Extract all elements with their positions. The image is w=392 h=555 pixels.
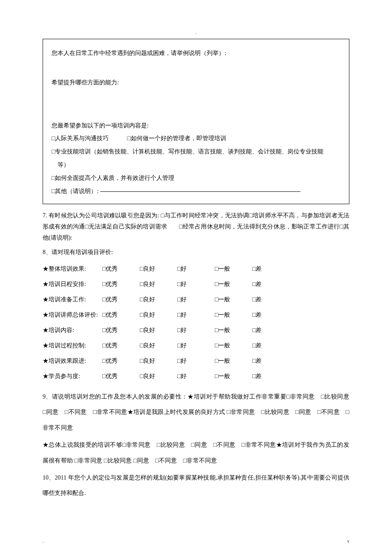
page-header-dot: .: [43, 30, 349, 35]
rating-row: ★培训日程安排:□优秀□良好□好□一般□差: [43, 277, 290, 292]
rating-option[interactable]: □好: [177, 369, 215, 384]
rating-row: ★培训过程控制:□优秀□良好□好□一般□差: [43, 338, 290, 353]
rating-row: ★培训准备工作:□优秀□良好□好□一般□差: [43, 292, 290, 307]
rating-option[interactable]: □差: [252, 307, 290, 323]
question-8-title: 8、请对现有培训项目评价:: [43, 249, 349, 256]
training-preference-box: 您本人在日常工作中经常遇到的问题或困难，请举例说明（列举）: 希望提升哪些方面的…: [43, 39, 349, 204]
rating-option[interactable]: □差: [252, 338, 290, 353]
rating-label: ★培训日程安排:: [43, 277, 102, 292]
rating-option[interactable]: □差: [252, 353, 290, 369]
rating-option[interactable]: □优秀: [102, 353, 140, 369]
rating-label: ★培训过程控制:: [43, 338, 102, 353]
rating-option[interactable]: □优秀: [102, 307, 140, 323]
rating-option[interactable]: □一般: [215, 261, 252, 277]
box-training-title: 您最希望参加以下的一项培训内容是:: [52, 119, 340, 133]
checkbox-management[interactable]: □如何做一个好的管理者，即管理培训: [127, 135, 226, 142]
rating-row: ★整体培训效果:□优秀□良好□好□一般□差: [43, 261, 290, 277]
rating-option[interactable]: □良好: [140, 338, 177, 353]
rating-label: ★培训内容:: [43, 323, 102, 338]
rating-option[interactable]: □优秀: [102, 323, 140, 338]
rating-label: ★整体培训效果:: [43, 261, 102, 277]
rating-option[interactable]: □差: [252, 261, 290, 277]
rating-label: ★培训讲师总体评价:: [43, 307, 102, 323]
rating-option[interactable]: □优秀: [102, 292, 140, 307]
rating-option[interactable]: □好: [177, 323, 215, 338]
checkbox-professional-skills-cont: 等）: [52, 159, 340, 172]
question-9-part1: 9、请说明培训对您的工作及您本人的发展的必要性：★培训对于帮助我做好工作非常重要…: [43, 389, 349, 436]
rating-option[interactable]: □良好: [140, 261, 177, 277]
rating-option[interactable]: □好: [177, 292, 215, 307]
rating-option[interactable]: □良好: [140, 277, 177, 292]
rating-option[interactable]: □差: [252, 277, 290, 292]
rating-option[interactable]: □优秀: [102, 369, 140, 384]
rating-label: ★培训准备工作:: [43, 292, 102, 307]
rating-row: ★培训内容:□优秀□良好□好□一般□差: [43, 323, 290, 338]
checkbox-personal-quality[interactable]: □如何全面提高个人素质，并有效进行个人管理: [52, 172, 340, 185]
rating-option[interactable]: □优秀: [102, 277, 140, 292]
rating-option[interactable]: □好: [177, 261, 215, 277]
rating-option[interactable]: □差: [252, 292, 290, 307]
rating-label: ★培训效果跟进:: [43, 353, 102, 369]
question-7: 7. 有时候您认为公司培训难以吸引您是因为: □与工作时间经常冲突，无法协调□培…: [43, 210, 349, 243]
rating-option[interactable]: □一般: [215, 277, 252, 292]
footer-left-dot: .: [43, 539, 44, 543]
checkbox-professional-skills[interactable]: □专业技能培训（如销售技能、计算机技能、写作技能、语言技能、谈判技能、会计技能、…: [52, 145, 340, 159]
rating-option[interactable]: □良好: [140, 307, 177, 323]
rating-option[interactable]: □一般: [215, 323, 252, 338]
rating-option[interactable]: □好: [177, 307, 215, 323]
rating-row: ★培训讲师总体评价:□优秀□良好□好□一般□差: [43, 307, 290, 323]
other-fill-line[interactable]: [100, 191, 300, 192]
rating-option[interactable]: □一般: [215, 353, 252, 369]
rating-option[interactable]: □一般: [215, 307, 252, 323]
rating-option[interactable]: □一般: [215, 292, 252, 307]
footer-right-v: v: [347, 539, 349, 543]
rating-option[interactable]: □良好: [140, 369, 177, 384]
rating-option[interactable]: □差: [252, 369, 290, 384]
question-9-part2: ★总体上说我接受的培训不够□非常同意 □比较同意 □同意 □不同意 □非常不同意…: [43, 437, 349, 468]
box-skills-prompt: 希望提升哪些方面的能力:: [52, 76, 340, 90]
rating-option[interactable]: □一般: [215, 369, 252, 384]
rating-option[interactable]: □好: [177, 277, 215, 292]
rating-option[interactable]: □良好: [140, 323, 177, 338]
checkbox-other[interactable]: □其他（请说明）:: [52, 188, 98, 194]
rating-option[interactable]: □良好: [140, 292, 177, 307]
rating-option[interactable]: □好: [177, 353, 215, 369]
rating-label: ★学员参与度:: [43, 369, 102, 384]
rating-row: ★培训效果跟进:□优秀□良好□好□一般□差: [43, 353, 290, 369]
rating-table: ★整体培训效果:□优秀□良好□好□一般□差★培训日程安排:□优秀□良好□好□一般…: [43, 261, 290, 384]
question-10: 10、2011 年您个人的定位与发展是怎样的规划(如要掌握某种技能,承担某种责任…: [43, 470, 349, 501]
rating-option[interactable]: □一般: [215, 338, 252, 353]
rating-row: ★学员参与度:□优秀□良好□好□一般□差: [43, 369, 290, 384]
rating-option[interactable]: □差: [252, 323, 290, 338]
checkbox-interpersonal[interactable]: □人际关系与沟通技巧: [52, 135, 109, 142]
rating-option[interactable]: □优秀: [102, 338, 140, 353]
box-problems-prompt: 您本人在日常工作中经常遇到的问题或困难，请举例说明（列举）:: [52, 47, 340, 60]
rating-option[interactable]: □好: [177, 338, 215, 353]
rating-option[interactable]: □良好: [140, 353, 177, 369]
rating-option[interactable]: □优秀: [102, 261, 140, 277]
